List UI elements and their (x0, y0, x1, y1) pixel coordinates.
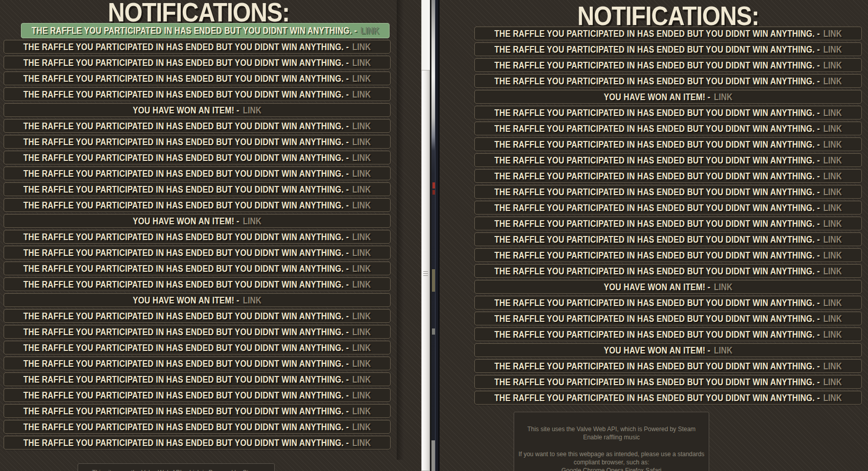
notification-message: THE RAFFLE YOU PARTICIPATED IN HAS ENDED… (494, 202, 819, 213)
notification-link[interactable]: LINK (824, 171, 842, 181)
notification-link[interactable]: LINK (824, 234, 842, 245)
notification-message: THE RAFFLE YOU PARTICIPATED IN HAS ENDED… (23, 358, 349, 369)
notification-link[interactable]: LINK (352, 263, 371, 274)
window-border-glass (431, 0, 435, 471)
notification-link[interactable]: LINK (824, 44, 842, 55)
notification-link[interactable]: LINK (360, 26, 379, 36)
notification-row: THE RAFFLE YOU PARTICIPATED IN HAS ENDED… (4, 420, 391, 434)
notification-row: THE RAFFLE YOU PARTICIPATED IN HAS ENDED… (4, 119, 391, 133)
notification-link[interactable]: LINK (352, 152, 371, 163)
notification-row-won: YOU HAVE WON AN ITEM! -LINK (4, 214, 391, 228)
notification-link[interactable]: LINK (824, 313, 842, 324)
notification-row: THE RAFFLE YOU PARTICIPATED IN HAS ENDED… (4, 40, 391, 54)
notification-message: YOU HAVE WON AN ITEM! - (133, 105, 239, 115)
notification-link[interactable]: LINK (352, 421, 371, 432)
scrollbar-grip-icon (423, 271, 428, 277)
notification-message: YOU HAVE WON AN ITEM! - (604, 345, 711, 356)
notification-message: THE RAFFLE YOU PARTICIPATED IN HAS ENDED… (23, 57, 349, 68)
notification-link[interactable]: LINK (352, 358, 371, 369)
notification-link[interactable]: LINK (352, 73, 371, 84)
notification-link[interactable]: LINK (824, 76, 842, 86)
notification-row: THE RAFFLE YOU PARTICIPATED IN HAS ENDED… (474, 42, 862, 56)
notification-message: THE RAFFLE YOU PARTICIPATED IN HAS ENDED… (494, 107, 819, 118)
notification-link[interactable]: LINK (824, 376, 842, 387)
notification-link[interactable]: LINK (352, 168, 371, 179)
notification-row: THE RAFFLE YOU PARTICIPATED IN HAS ENDED… (4, 309, 391, 323)
notification-message: THE RAFFLE YOU PARTICIPATED IN HAS ENDED… (23, 263, 349, 274)
notification-message: THE RAFFLE YOU PARTICIPATED IN HAS ENDED… (494, 139, 819, 150)
notification-link[interactable]: LINK (352, 89, 371, 100)
notification-row: THE RAFFLE YOU PARTICIPATED IN HAS ENDED… (474, 312, 862, 325)
footer-text: compliant browser, such as: (514, 458, 709, 466)
notification-message: THE RAFFLE YOU PARTICIPATED IN HAS ENDED… (23, 279, 349, 290)
notification-message: THE RAFFLE YOU PARTICIPATED IN HAS ENDED… (494, 250, 819, 261)
notification-link[interactable]: LINK (824, 186, 842, 197)
scrollbar-thumb[interactable] (421, 70, 430, 471)
notification-row: THE RAFFLE YOU PARTICIPATED IN HAS ENDED… (4, 230, 391, 244)
notification-link[interactable]: LINK (352, 279, 371, 290)
notification-link[interactable]: LINK (352, 200, 371, 210)
notification-link[interactable]: LINK (824, 250, 842, 261)
notification-link[interactable]: LINK (714, 91, 732, 102)
notification-link[interactable]: LINK (352, 136, 371, 147)
notification-link[interactable]: LINK (243, 105, 261, 115)
notification-row: THE RAFFLE YOU PARTICIPATED IN HAS ENDED… (474, 74, 862, 88)
notification-message: THE RAFFLE YOU PARTICIPATED IN HAS ENDED… (494, 60, 819, 70)
notification-message: THE RAFFLE YOU PARTICIPATED IN HAS ENDED… (494, 376, 819, 387)
notification-link[interactable]: LINK (352, 390, 371, 401)
notification-link[interactable]: LINK (352, 184, 371, 195)
background-window-fragment (432, 269, 435, 292)
notification-link[interactable]: LINK (352, 374, 371, 385)
notification-message: THE RAFFLE YOU PARTICIPATED IN HAS ENDED… (494, 28, 819, 39)
notification-message: THE RAFFLE YOU PARTICIPATED IN HAS ENDED… (23, 311, 349, 321)
notification-message: YOU HAVE WON AN ITEM! - (133, 295, 239, 305)
notification-message: THE RAFFLE YOU PARTICIPATED IN HAS ENDED… (494, 76, 819, 86)
notification-link[interactable]: LINK (352, 41, 371, 52)
notification-link[interactable]: LINK (824, 123, 842, 134)
notification-message: THE RAFFLE YOU PARTICIPATED IN HAS ENDED… (23, 326, 349, 337)
notification-row-won: YOU HAVE WON AN ITEM! -LINK (4, 293, 391, 307)
notification-link[interactable]: LINK (352, 57, 371, 68)
notification-link[interactable]: LINK (714, 281, 732, 292)
notification-link[interactable]: LINK (824, 155, 842, 166)
notification-message: THE RAFFLE YOU PARTICIPATED IN HAS ENDED… (494, 234, 819, 245)
notification-link[interactable]: LINK (824, 28, 842, 39)
notification-link[interactable]: LINK (824, 329, 842, 340)
notification-message: THE RAFFLE YOU PARTICIPATED IN HAS ENDED… (23, 73, 349, 84)
notification-row: THE RAFFLE YOU PARTICIPATED IN HAS ENDED… (4, 277, 391, 291)
notification-link[interactable]: LINK (352, 311, 371, 321)
notification-message: THE RAFFLE YOU PARTICIPATED IN HAS ENDED… (23, 231, 349, 242)
notification-message: THE RAFFLE YOU PARTICIPATED IN HAS ENDED… (23, 136, 349, 147)
notification-link[interactable]: LINK (824, 202, 842, 213)
notification-row: THE RAFFLE YOU PARTICIPATED IN HAS ENDED… (4, 388, 391, 402)
notification-link[interactable]: LINK (352, 326, 371, 337)
notification-link[interactable]: LINK (824, 218, 842, 229)
notification-link[interactable]: LINK (352, 247, 371, 258)
notification-link[interactable]: LINK (824, 297, 842, 308)
notification-link[interactable]: LINK (352, 342, 371, 353)
notification-link[interactable]: LINK (352, 406, 371, 416)
notification-message: THE RAFFLE YOU PARTICIPATED IN HAS ENDED… (23, 41, 349, 52)
notification-link[interactable]: LINK (352, 231, 371, 242)
notification-link[interactable]: LINK (714, 345, 732, 356)
notification-row: THE RAFFLE YOU PARTICIPATED IN HAS ENDED… (474, 201, 862, 215)
notification-link[interactable]: LINK (824, 139, 842, 150)
notification-message: THE RAFFLE YOU PARTICIPATED IN HAS ENDED… (494, 218, 819, 229)
notification-link[interactable]: LINK (824, 392, 842, 403)
notification-row: THE RAFFLE YOU PARTICIPATED IN HAS ENDED… (4, 167, 391, 180)
screen: NOTIFICATIONS: THE RAFFLE YOU PARTICIPAT… (0, 0, 868, 471)
notification-link[interactable]: LINK (824, 107, 842, 118)
footer-box: This site uses the Valve Web API, which … (78, 463, 275, 471)
enable-raffling-music-link[interactable]: Enable raffling music (514, 433, 709, 441)
notification-row-won: YOU HAVE WON AN ITEM! -LINK (474, 343, 862, 357)
notification-row: THE RAFFLE YOU PARTICIPATED IN HAS ENDED… (474, 296, 862, 310)
notification-link[interactable]: LINK (352, 121, 371, 131)
notification-link[interactable]: LINK (824, 60, 842, 70)
notification-link[interactable]: LINK (243, 216, 261, 226)
notification-link[interactable]: LINK (352, 437, 371, 448)
left-notifications-page: NOTIFICATIONS: THE RAFFLE YOU PARTICIPAT… (0, 0, 430, 471)
notification-link[interactable]: LINK (243, 295, 261, 305)
notification-message: THE RAFFLE YOU PARTICIPATED IN HAS ENDED… (494, 313, 819, 324)
notification-link[interactable]: LINK (824, 266, 842, 276)
notification-link[interactable]: LINK (824, 361, 842, 371)
